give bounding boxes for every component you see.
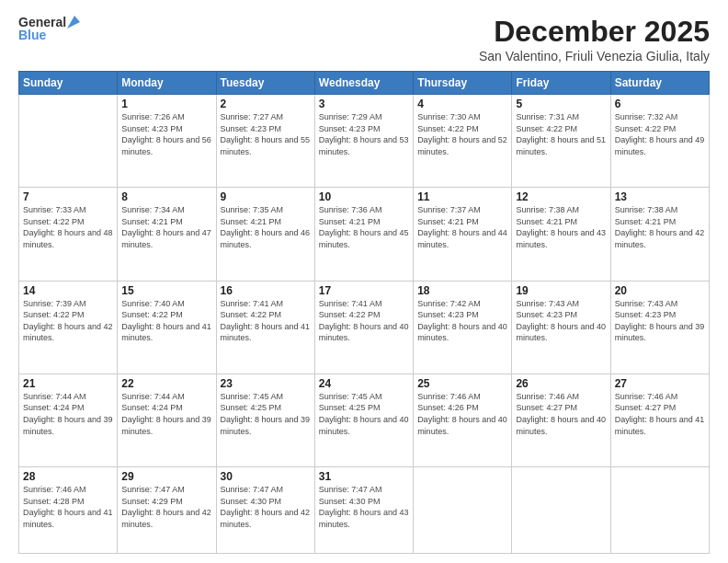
table-row: 6 Sunrise: 7:32 AMSunset: 4:22 PMDayligh… [610,95,709,188]
table-row: 30 Sunrise: 7:47 AMSunset: 4:30 PMDaylig… [216,467,314,554]
day-number: 18 [417,284,507,297]
table-row: 11 Sunrise: 7:37 AMSunset: 4:21 PMDaylig… [414,188,512,281]
day-info: Sunrise: 7:46 AMSunset: 4:27 PMDaylight:… [516,392,606,436]
day-info: Sunrise: 7:43 AMSunset: 4:23 PMDaylight:… [615,299,705,343]
day-number: 25 [417,377,507,390]
day-number: 15 [121,284,211,297]
day-info: Sunrise: 7:26 AMSunset: 4:23 PMDaylight:… [121,112,211,156]
day-number: 10 [319,190,409,203]
day-info: Sunrise: 7:36 AMSunset: 4:21 PMDaylight:… [319,205,409,249]
title-area: December 2025 San Valentino, Friuli Vene… [479,15,710,63]
day-info: Sunrise: 7:29 AMSunset: 4:23 PMDaylight:… [319,112,409,156]
table-row: 8 Sunrise: 7:34 AMSunset: 4:21 PMDayligh… [118,188,216,281]
table-row: 20 Sunrise: 7:43 AMSunset: 4:23 PMDaylig… [610,281,709,373]
col-friday: Friday [512,72,610,95]
table-row: 23 Sunrise: 7:45 AMSunset: 4:25 PMDaylig… [216,373,314,466]
day-number: 7 [23,190,113,203]
day-info: Sunrise: 7:46 AMSunset: 4:26 PMDaylight:… [417,392,507,436]
table-row: 17 Sunrise: 7:41 AMSunset: 4:22 PMDaylig… [314,281,413,373]
day-info: Sunrise: 7:41 AMSunset: 4:22 PMDaylight:… [319,299,409,343]
col-wednesday: Wednesday [314,72,413,95]
day-info: Sunrise: 7:44 AMSunset: 4:24 PMDaylight:… [23,392,113,436]
table-row: 5 Sunrise: 7:31 AMSunset: 4:22 PMDayligh… [512,95,610,188]
svg-marker-0 [67,16,80,29]
day-number: 8 [121,190,211,203]
col-tuesday: Tuesday [216,72,314,95]
day-number: 9 [221,190,311,203]
day-info: Sunrise: 7:35 AMSunset: 4:21 PMDaylight:… [221,205,311,249]
table-row: 27 Sunrise: 7:46 AMSunset: 4:27 PMDaylig… [610,373,709,466]
day-info: Sunrise: 7:40 AMSunset: 4:22 PMDaylight:… [121,299,211,343]
day-number: 26 [516,377,606,390]
table-row: 18 Sunrise: 7:42 AMSunset: 4:23 PMDaylig… [414,281,512,373]
day-info: Sunrise: 7:46 AMSunset: 4:28 PMDaylight:… [23,485,113,529]
day-info: Sunrise: 7:31 AMSunset: 4:22 PMDaylight:… [516,112,606,156]
month-title: December 2025 [479,15,710,49]
day-number: 22 [121,377,211,390]
day-number: 11 [417,190,507,203]
calendar-header-row: Sunday Monday Tuesday Wednesday Thursday… [19,72,710,95]
table-row [610,467,709,554]
day-info: Sunrise: 7:45 AMSunset: 4:25 PMDaylight:… [319,392,409,436]
day-number: 28 [23,470,113,483]
calendar-week-row: 28 Sunrise: 7:46 AMSunset: 4:28 PMDaylig… [19,467,710,554]
table-row: 28 Sunrise: 7:46 AMSunset: 4:28 PMDaylig… [19,467,118,554]
col-saturday: Saturday [610,72,709,95]
day-number: 19 [516,284,606,297]
calendar-week-row: 1 Sunrise: 7:26 AMSunset: 4:23 PMDayligh… [19,95,710,188]
calendar-table: Sunday Monday Tuesday Wednesday Thursday… [18,71,710,554]
table-row: 12 Sunrise: 7:38 AMSunset: 4:21 PMDaylig… [512,188,610,281]
day-info: Sunrise: 7:38 AMSunset: 4:21 PMDaylight:… [516,205,606,249]
table-row: 24 Sunrise: 7:45 AMSunset: 4:25 PMDaylig… [314,373,413,466]
day-number: 3 [319,98,409,110]
col-sunday: Sunday [19,72,118,95]
day-number: 6 [615,98,705,110]
day-number: 2 [221,98,311,110]
day-number: 16 [221,284,311,297]
day-number: 17 [319,284,409,297]
day-info: Sunrise: 7:46 AMSunset: 4:27 PMDaylight:… [615,392,705,436]
day-number: 31 [319,470,409,483]
table-row: 9 Sunrise: 7:35 AMSunset: 4:21 PMDayligh… [216,188,314,281]
day-info: Sunrise: 7:47 AMSunset: 4:29 PMDaylight:… [121,485,211,529]
day-number: 27 [615,377,705,390]
day-info: Sunrise: 7:33 AMSunset: 4:22 PMDaylight:… [23,205,113,249]
table-row: 25 Sunrise: 7:46 AMSunset: 4:26 PMDaylig… [414,373,512,466]
table-row: 7 Sunrise: 7:33 AMSunset: 4:22 PMDayligh… [19,188,118,281]
day-info: Sunrise: 7:27 AMSunset: 4:23 PMDaylight:… [221,112,311,156]
day-number: 14 [23,284,113,297]
day-number: 5 [516,98,606,110]
table-row: 2 Sunrise: 7:27 AMSunset: 4:23 PMDayligh… [216,95,314,188]
calendar-week-row: 21 Sunrise: 7:44 AMSunset: 4:24 PMDaylig… [19,373,710,466]
col-monday: Monday [118,72,216,95]
table-row: 22 Sunrise: 7:44 AMSunset: 4:24 PMDaylig… [118,373,216,466]
day-info: Sunrise: 7:47 AMSunset: 4:30 PMDaylight:… [221,485,311,529]
day-info: Sunrise: 7:47 AMSunset: 4:30 PMDaylight:… [319,485,409,529]
day-info: Sunrise: 7:30 AMSunset: 4:22 PMDaylight:… [417,112,507,156]
header: General Blue December 2025 San Valentino… [18,15,710,63]
table-row: 26 Sunrise: 7:46 AMSunset: 4:27 PMDaylig… [512,373,610,466]
logo: General Blue [18,15,84,42]
table-row: 15 Sunrise: 7:40 AMSunset: 4:22 PMDaylig… [118,281,216,373]
table-row [512,467,610,554]
day-info: Sunrise: 7:43 AMSunset: 4:23 PMDaylight:… [516,299,606,343]
day-number: 21 [23,377,113,390]
day-info: Sunrise: 7:34 AMSunset: 4:21 PMDaylight:… [121,205,211,249]
table-row: 4 Sunrise: 7:30 AMSunset: 4:22 PMDayligh… [414,95,512,188]
day-number: 12 [516,190,606,203]
col-thursday: Thursday [414,72,512,95]
table-row: 21 Sunrise: 7:44 AMSunset: 4:24 PMDaylig… [19,373,118,466]
table-row: 14 Sunrise: 7:39 AMSunset: 4:22 PMDaylig… [19,281,118,373]
location-title: San Valentino, Friuli Venezia Giulia, It… [479,49,710,63]
day-info: Sunrise: 7:39 AMSunset: 4:22 PMDaylight:… [23,299,113,343]
calendar-week-row: 14 Sunrise: 7:39 AMSunset: 4:22 PMDaylig… [19,281,710,373]
day-info: Sunrise: 7:38 AMSunset: 4:21 PMDaylight:… [615,205,705,249]
page: General Blue December 2025 San Valentino… [0,0,728,563]
day-number: 29 [121,470,211,483]
table-row: 16 Sunrise: 7:41 AMSunset: 4:22 PMDaylig… [216,281,314,373]
table-row [19,95,118,188]
day-info: Sunrise: 7:37 AMSunset: 4:21 PMDaylight:… [417,205,507,249]
day-info: Sunrise: 7:41 AMSunset: 4:22 PMDaylight:… [221,299,311,343]
table-row: 1 Sunrise: 7:26 AMSunset: 4:23 PMDayligh… [118,95,216,188]
day-number: 30 [221,470,311,483]
